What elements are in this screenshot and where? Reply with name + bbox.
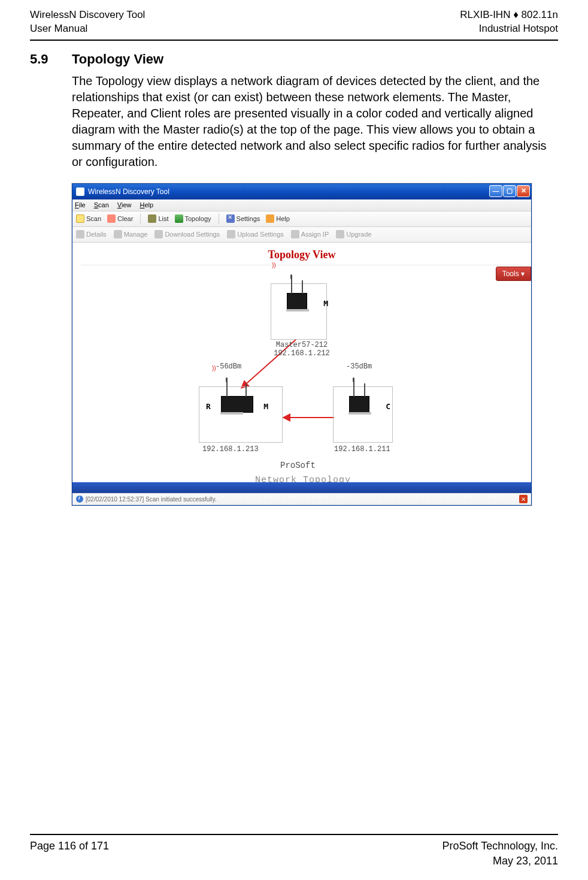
status-bar-band [72,482,531,493]
role-repeater: R [206,402,211,411]
topology-icon [175,214,183,223]
toolbar-separator [140,213,141,224]
window-title: WirelessN Discovery Tool [88,188,169,196]
settings-icon [226,214,235,223]
status-bar: [02/02/2010 12:52:37] Scan initiated suc… [72,493,531,505]
label-dbm-right: -35dBm [346,362,372,371]
toolbar-separator [219,213,219,224]
status-close-button[interactable]: ✕ [519,495,528,503]
search-icon [76,214,84,223]
page-header: WirelessN Discovery Tool User Manual RLX… [30,8,558,41]
label-repeater-ip: 192.168.1.213 [202,445,259,453]
toolbar-secondary: Details Manage Download Settings Upload … [72,227,531,243]
menu-bar: File Scan View Help [72,199,531,211]
toolbar-upload-settings[interactable]: Upload Settings [227,230,284,238]
label-dbm-left: -56dBm [216,362,241,371]
label-brand: ProSoft [280,461,316,470]
footer-date: May 23, 2011 [442,854,558,868]
window-minimize-button[interactable]: — [489,185,502,197]
tools-button[interactable]: Tools ▾ [496,267,531,281]
toolbar-download-settings[interactable]: Download Settings [154,230,220,238]
upload-icon [227,230,235,238]
device-master[interactable]: )) M [274,285,320,328]
assign-ip-icon [291,230,299,238]
menu-help[interactable]: Help [140,201,154,208]
toolbar-assign-ip[interactable]: Assign IP [291,230,329,238]
toolbar-upgrade[interactable]: Upgrade [336,230,371,238]
manage-icon [114,230,122,238]
list-icon [148,214,156,223]
help-icon [266,214,274,223]
section-heading: 5.9Topology View [30,52,558,67]
toolbar-primary: Scan Clear List Topology Settings Help [72,211,531,227]
upgrade-icon [336,230,344,238]
footer-company: ProSoft Technology, Inc. [442,839,558,853]
toolbar-list[interactable]: List [148,214,168,223]
header-left-1: WirelessN Discovery Tool [30,8,145,22]
section-number: 5.9 [30,52,72,67]
header-right-2: Industrial Hotspot [460,22,558,36]
wifi-icon: )) [272,263,276,268]
network-diagram: )) M )) R M C Master [176,282,428,480]
toolbar-topology[interactable]: Topology [175,214,211,223]
toolbar-clear[interactable]: Clear [107,214,133,223]
header-right-1: RLXIB-IHN ♦ 802.11n [460,8,558,22]
label-master: Master57-212 192.168.1.212 [266,341,338,358]
menu-scan[interactable]: Scan [94,201,109,208]
divider [81,265,523,265]
info-icon [76,495,83,503]
role-client: C [386,402,390,411]
window-titlebar[interactable]: WirelessN Discovery Tool — ▢ ✕ [72,184,531,199]
toolbar-scan[interactable]: Scan [76,214,101,223]
topology-content: Topology View Tools ▾ [72,243,531,494]
device-repeater[interactable]: )) R M [214,388,260,431]
app-window: WirelessN Discovery Tool — ▢ ✕ File Scan… [72,183,532,506]
toolbar-settings[interactable]: Settings [226,214,260,223]
toolbar-help[interactable]: Help [266,214,290,223]
toolbar-manage[interactable]: Manage [114,230,148,238]
status-text: [02/02/2010 12:52:37] Scan initiated suc… [86,496,217,503]
header-left-2: User Manual [30,22,145,36]
menu-file[interactable]: File [75,201,86,208]
window-maximize-button[interactable]: ▢ [503,185,516,197]
clear-icon [107,214,116,223]
menu-view[interactable]: View [117,201,132,208]
download-icon [154,230,163,238]
section-body: The Topology view displays a network dia… [30,73,558,170]
window-close-button[interactable]: ✕ [517,185,530,197]
toolbar-details[interactable]: Details [76,230,107,238]
device-client[interactable]: C [337,388,382,431]
section-title: Topology View [72,52,163,66]
app-icon [76,188,84,196]
role-repeater-m: M [263,402,268,411]
page-footer: Page 116 of 171 ProSoft Technology, Inc.… [30,834,558,868]
screenshot-figure: WirelessN Discovery Tool — ▢ ✕ File Scan… [30,183,558,506]
label-client-ip: 192.168.1.211 [334,445,390,453]
details-icon [76,230,84,238]
topology-heading: Topology View [72,243,531,262]
role-master: M [323,299,328,308]
footer-page: Page 116 of 171 [30,839,109,868]
